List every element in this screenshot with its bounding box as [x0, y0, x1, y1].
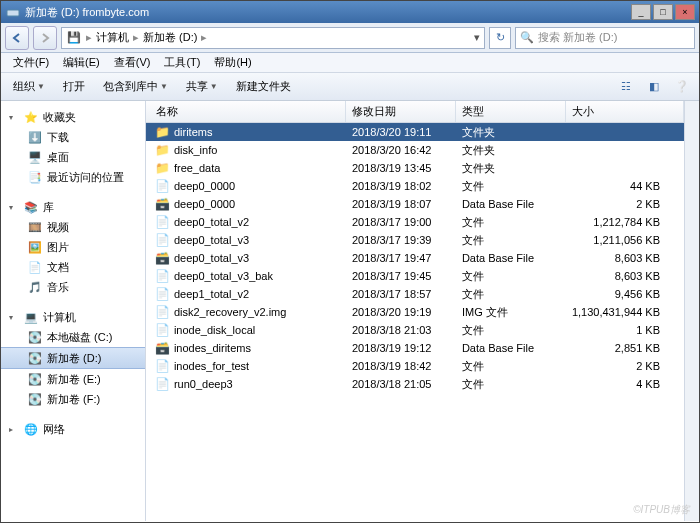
preview-pane-icon[interactable]: ◧	[643, 77, 665, 97]
collapse-icon: ▾	[9, 203, 19, 212]
file-name: deep1_total_v2	[174, 288, 249, 300]
sidebar-item-recent[interactable]: 📑最近访问的位置	[1, 167, 145, 187]
file-date: 2018/3/17 19:39	[346, 234, 456, 246]
help-icon[interactable]: ❔	[671, 77, 693, 97]
file-date: 2018/3/17 19:00	[346, 216, 456, 228]
sidebar-item-drive-d[interactable]: 💽新加卷 (D:)	[1, 347, 145, 369]
breadcrumb-segment[interactable]: 计算机	[96, 30, 129, 45]
file-size: 1 KB	[566, 324, 684, 336]
include-button[interactable]: 包含到库中▼	[97, 76, 174, 97]
file-row[interactable]: 📄inodes_for_test2018/3/19 18:42文件2 KB	[146, 357, 684, 375]
file-name: free_data	[174, 162, 220, 174]
breadcrumb-segment[interactable]: 新加卷 (D:)	[143, 30, 197, 45]
column-type[interactable]: 类型	[456, 101, 566, 122]
file-row[interactable]: 📄run0_deep32018/3/18 21:05文件4 KB	[146, 375, 684, 393]
sidebar-item-videos[interactable]: 🎞️视频	[1, 217, 145, 237]
sidebar-group-network[interactable]: ▸ 🌐 网络	[1, 419, 145, 439]
database-icon: 🗃️	[156, 341, 170, 355]
sidebar-group-computer[interactable]: ▾ 💻 计算机	[1, 307, 145, 327]
file-row[interactable]: 📄deep1_total_v22018/3/17 18:57文件9,456 KB	[146, 285, 684, 303]
video-icon: 🎞️	[27, 219, 43, 235]
file-size: 2 KB	[566, 198, 684, 210]
column-headers: 名称 修改日期 类型 大小	[146, 101, 684, 123]
file-name: deep0_total_v3_bak	[174, 270, 273, 282]
sidebar-item-drive-e[interactable]: 💽新加卷 (E:)	[1, 369, 145, 389]
file-row[interactable]: 📁disk_info2018/3/20 16:42文件夹	[146, 141, 684, 159]
file-name: deep0_0000	[174, 180, 235, 192]
sidebar-group-libraries[interactable]: ▾ 📚 库	[1, 197, 145, 217]
sidebar-item-downloads[interactable]: ⬇️下载	[1, 127, 145, 147]
file-row[interactable]: 📄deep0_total_v32018/3/17 19:39文件1,211,05…	[146, 231, 684, 249]
search-placeholder: 搜索 新加卷 (D:)	[538, 30, 617, 45]
sidebar-item-music[interactable]: 🎵音乐	[1, 277, 145, 297]
forward-button[interactable]	[33, 26, 57, 50]
vertical-scrollbar[interactable]	[684, 101, 699, 521]
file-type: 文件	[456, 269, 566, 284]
column-date[interactable]: 修改日期	[346, 101, 456, 122]
new-folder-button[interactable]: 新建文件夹	[230, 76, 297, 97]
refresh-icon: ↻	[496, 31, 505, 44]
file-row[interactable]: 🗃️deep0_total_v32018/3/17 19:47Data Base…	[146, 249, 684, 267]
share-button[interactable]: 共享▼	[180, 76, 224, 97]
file-row[interactable]: 🗃️inodes_diritems2018/3/19 19:12Data Bas…	[146, 339, 684, 357]
file-date: 2018/3/19 19:12	[346, 342, 456, 354]
file-icon: 📄	[156, 323, 170, 337]
file-size: 1,130,431,944 KB	[566, 306, 684, 318]
column-name[interactable]: 名称	[146, 101, 346, 122]
file-row[interactable]: 📄disk2_recovery_v2.img2018/3/20 19:19IMG…	[146, 303, 684, 321]
file-size: 2,851 KB	[566, 342, 684, 354]
file-row[interactable]: 📁diritems2018/3/20 19:11文件夹	[146, 123, 684, 141]
file-name: inode_disk_local	[174, 324, 255, 336]
recent-icon: 📑	[27, 169, 43, 185]
back-button[interactable]	[5, 26, 29, 50]
file-type: Data Base File	[456, 252, 566, 264]
sidebar-group-favorites[interactable]: ▾ ⭐ 收藏夹	[1, 107, 145, 127]
file-size: 1,211,056 KB	[566, 234, 684, 246]
file-row[interactable]: 📁free_data2018/3/19 13:45文件夹	[146, 159, 684, 177]
file-name: run0_deep3	[174, 378, 233, 390]
file-size: 2 KB	[566, 360, 684, 372]
expand-icon: ▸	[9, 425, 19, 434]
file-row[interactable]: 📄inode_disk_local2018/3/18 21:03文件1 KB	[146, 321, 684, 339]
file-size: 4 KB	[566, 378, 684, 390]
file-row[interactable]: 📄deep0_total_v3_bak2018/3/17 19:45文件8,60…	[146, 267, 684, 285]
file-type: Data Base File	[456, 198, 566, 210]
download-icon: ⬇️	[27, 129, 43, 145]
minimize-button[interactable]: _	[631, 4, 651, 20]
maximize-button[interactable]: □	[653, 4, 673, 20]
menu-file[interactable]: 文件(F)	[7, 53, 55, 72]
menu-edit[interactable]: 编辑(E)	[57, 53, 106, 72]
sidebar-item-documents[interactable]: 📄文档	[1, 257, 145, 277]
file-row[interactable]: 🗃️deep0_00002018/3/19 18:07Data Base Fil…	[146, 195, 684, 213]
file-type: 文件夹	[456, 125, 566, 140]
open-button[interactable]: 打开	[57, 76, 91, 97]
sidebar-item-drive-c[interactable]: 💽本地磁盘 (C:)	[1, 327, 145, 347]
menu-help[interactable]: 帮助(H)	[208, 53, 257, 72]
close-button[interactable]: ×	[675, 4, 695, 20]
network-icon: 🌐	[23, 421, 39, 437]
search-input[interactable]: 🔍 搜索 新加卷 (D:)	[515, 27, 695, 49]
column-size[interactable]: 大小	[566, 101, 684, 122]
menu-tools[interactable]: 工具(T)	[158, 53, 206, 72]
file-size: 1,212,784 KB	[566, 216, 684, 228]
picture-icon: 🖼️	[27, 239, 43, 255]
sidebar-item-desktop[interactable]: 🖥️桌面	[1, 147, 145, 167]
refresh-button[interactable]: ↻	[489, 27, 511, 49]
file-date: 2018/3/17 18:57	[346, 288, 456, 300]
file-date: 2018/3/19 18:02	[346, 180, 456, 192]
breadcrumb[interactable]: 💾 ▸ 计算机 ▸ 新加卷 (D:) ▸ ▾	[61, 27, 485, 49]
file-row[interactable]: 📄deep0_00002018/3/19 18:02文件44 KB	[146, 177, 684, 195]
file-list[interactable]: 📁diritems2018/3/20 19:11文件夹📁disk_info201…	[146, 123, 684, 521]
view-options-icon[interactable]: ☷	[615, 77, 637, 97]
file-row[interactable]: 📄deep0_total_v22018/3/17 19:00文件1,212,78…	[146, 213, 684, 231]
collapse-icon: ▾	[9, 113, 19, 122]
file-date: 2018/3/19 18:42	[346, 360, 456, 372]
sidebar-item-drive-f[interactable]: 💽新加卷 (F:)	[1, 389, 145, 409]
file-type: Data Base File	[456, 342, 566, 354]
menu-view[interactable]: 查看(V)	[108, 53, 157, 72]
file-size: 44 KB	[566, 180, 684, 192]
breadcrumb-dropdown-icon[interactable]: ▾	[474, 31, 480, 44]
folder-icon: 📁	[156, 125, 170, 139]
sidebar-item-pictures[interactable]: 🖼️图片	[1, 237, 145, 257]
organize-button[interactable]: 组织▼	[7, 76, 51, 97]
